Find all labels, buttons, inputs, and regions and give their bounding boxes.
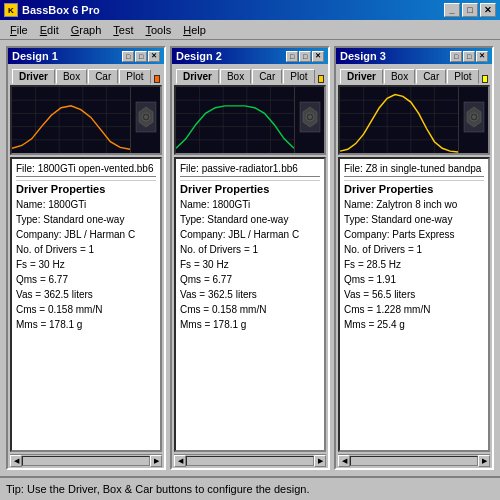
design-3-scrollbar[interactable]: ◀ ▶ (338, 454, 490, 466)
menu-help[interactable]: Help (177, 22, 212, 38)
design-1-tabs: Driver Box Car Plot (10, 66, 162, 83)
design-2-file: File: passive-radiator1.bb6 (180, 163, 320, 177)
design-2-properties: File: passive-radiator1.bb6 Driver Prope… (174, 157, 326, 452)
minimize-button[interactable]: _ (444, 3, 460, 17)
tab-box-1[interactable]: Box (56, 69, 87, 84)
design-3-graph-main (340, 87, 458, 153)
menu-edit[interactable]: Edit (34, 22, 65, 38)
svg-point-27 (308, 115, 312, 119)
maximize-button[interactable]: □ (462, 3, 478, 17)
design-1-color (154, 75, 161, 83)
design-2-color (318, 75, 325, 83)
design-2-graph-main (176, 87, 294, 153)
tab-driver-3[interactable]: Driver (340, 69, 383, 84)
design-2-close[interactable]: ✕ (312, 51, 324, 62)
design-3-properties: File: Z8 in single-tuned bandpa Driver P… (338, 157, 490, 452)
design-1-prop-8: Mms = 178.1 g (16, 317, 156, 332)
design-2-section: Driver Properties (180, 183, 320, 195)
design-2-controls: □ □ ✕ (286, 51, 324, 62)
design-1-prop-5: Qms = 6.77 (16, 272, 156, 287)
tab-box-3[interactable]: Box (384, 69, 415, 84)
design-1-prop-0: Name: 1800GTi (16, 197, 156, 212)
app-title-bar: K BassBox 6 Pro _ □ ✕ (0, 0, 500, 20)
design-3-tabs: Driver Box Car Plot (338, 66, 490, 83)
design-2-prop-3: No. of Drivers = 1 (180, 242, 320, 257)
design-2-tabs: Driver Box Car Plot (174, 66, 326, 83)
design-panel-3: Design 3 □ □ ✕ Driver Box Car Plot (334, 46, 494, 470)
tab-car-1[interactable]: Car (88, 69, 118, 84)
tab-plot-1[interactable]: Plot (119, 69, 150, 84)
tab-driver-2[interactable]: Driver (176, 69, 219, 84)
design-3-scroll-right[interactable]: ▶ (478, 455, 490, 467)
window-controls: _ □ ✕ (444, 3, 496, 17)
design-3-prop-6: Vas = 56.5 liters (344, 287, 484, 302)
tab-plot-3[interactable]: Plot (447, 69, 478, 84)
design-1-scroll-left[interactable]: ◀ (10, 455, 22, 467)
design-3-prop-7: Cms = 1.228 mm/N (344, 302, 484, 317)
design-1-file: File: 1800GTi open-vented.bb6 (16, 163, 156, 177)
design-3-content: Driver Box Car Plot (336, 64, 492, 468)
design-3-close[interactable]: ✕ (476, 51, 488, 62)
design-1-prop-4: Fs = 30 Hz (16, 257, 156, 272)
design-1-prop-1: Type: Standard one-way (16, 212, 156, 227)
design-2-scroll-right[interactable]: ▶ (314, 455, 326, 467)
design-3-prop-8: Mms = 25.4 g (344, 317, 484, 332)
close-button[interactable]: ✕ (480, 3, 496, 17)
design-2-btn1[interactable]: □ (286, 51, 298, 62)
tab-box-2[interactable]: Box (220, 69, 251, 84)
app-title: BassBox 6 Pro (22, 4, 100, 16)
status-text: Tip: Use the Driver, Box & Car buttons t… (6, 483, 309, 495)
tab-car-3[interactable]: Car (416, 69, 446, 84)
design-3-file: File: Z8 in single-tuned bandpa (344, 163, 484, 177)
design-2-prop-1: Type: Standard one-way (180, 212, 320, 227)
design-1-scroll-right[interactable]: ▶ (150, 455, 162, 467)
design-3-title-bar: Design 3 □ □ ✕ (336, 48, 492, 64)
design-3-controls: □ □ ✕ (450, 51, 488, 62)
design-1-title: Design 1 (12, 50, 58, 62)
design-3-title: Design 3 (340, 50, 386, 62)
design-2-scroll-left[interactable]: ◀ (174, 455, 186, 467)
design-2-prop-5: Qms = 6.77 (180, 272, 320, 287)
design-1-controls: □ □ ✕ (122, 51, 160, 62)
menu-graph[interactable]: Graph (65, 22, 108, 38)
svg-point-13 (144, 115, 148, 119)
design-3-graph (338, 85, 490, 155)
tab-car-2[interactable]: Car (252, 69, 282, 84)
menu-tools[interactable]: Tools (140, 22, 178, 38)
design-1-graph (10, 85, 162, 155)
design-1-close[interactable]: ✕ (148, 51, 160, 62)
design-2-scrollbar[interactable]: ◀ ▶ (174, 454, 326, 466)
design-2-scroll-track[interactable] (186, 456, 314, 466)
design-1-btn2[interactable]: □ (135, 51, 147, 62)
design-2-content: Driver Box Car Plot (172, 64, 328, 468)
design-1-title-bar: Design 1 □ □ ✕ (8, 48, 164, 64)
design-2-prop-8: Mms = 178.1 g (180, 317, 320, 332)
design-3-prop-5: Qms = 1.91 (344, 272, 484, 287)
design-3-btn1[interactable]: □ (450, 51, 462, 62)
main-area: Design 1 □ □ ✕ Driver Box Car Plot (0, 40, 500, 476)
menu-test[interactable]: Test (107, 22, 139, 38)
menu-bar: File Edit Graph Test Tools Help (0, 20, 500, 40)
design-3-prop-2: Company: Parts Express (344, 227, 484, 242)
design-3-scroll-track[interactable] (350, 456, 478, 466)
design-2-btn2[interactable]: □ (299, 51, 311, 62)
design-3-section: Driver Properties (344, 183, 484, 195)
design-panel-2: Design 2 □ □ ✕ Driver Box Car Plot (170, 46, 330, 470)
design-3-prop-1: Type: Standard one-way (344, 212, 484, 227)
tab-plot-2[interactable]: Plot (283, 69, 314, 84)
design-1-scroll-track[interactable] (22, 456, 150, 466)
design-3-scroll-left[interactable]: ◀ (338, 455, 350, 467)
tab-driver-1[interactable]: Driver (12, 69, 55, 84)
design-3-prop-0: Name: Zalytron 8 inch wo (344, 197, 484, 212)
svg-point-41 (472, 115, 476, 119)
design-1-scrollbar[interactable]: ◀ ▶ (10, 454, 162, 466)
design-1-prop-7: Cms = 0.158 mm/N (16, 302, 156, 317)
design-1-prop-3: No. of Drivers = 1 (16, 242, 156, 257)
menu-file[interactable]: File (4, 22, 34, 38)
design-1-sep (16, 180, 156, 181)
design-2-prop-4: Fs = 30 Hz (180, 257, 320, 272)
design-1-btn1[interactable]: □ (122, 51, 134, 62)
design-3-btn2[interactable]: □ (463, 51, 475, 62)
design-3-color (482, 75, 489, 83)
svg-rect-28 (340, 87, 458, 153)
